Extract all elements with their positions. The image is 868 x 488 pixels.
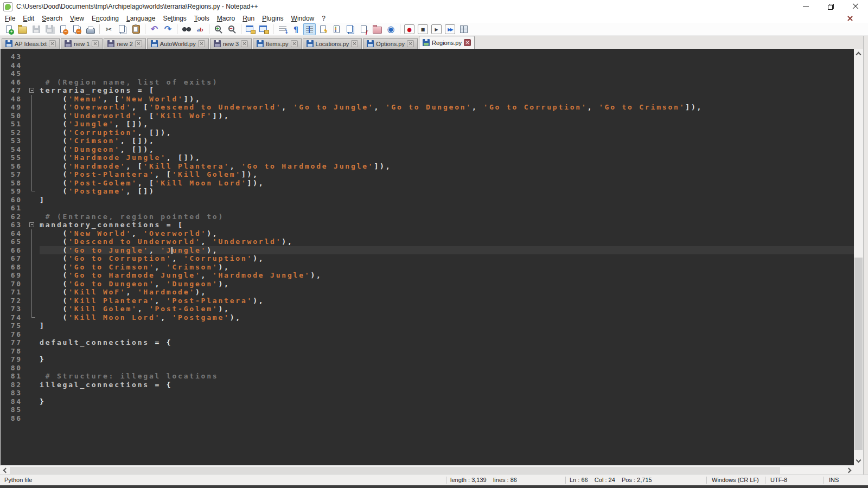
code-line-82[interactable]: 82illegal_connections = { bbox=[1, 381, 854, 389]
tab-close-icon[interactable] bbox=[49, 40, 56, 47]
line-number[interactable]: 46 bbox=[1, 78, 25, 87]
tab-close-icon[interactable] bbox=[351, 40, 358, 47]
code-text[interactable]: ('Kill Golem', 'Post-Golem'), bbox=[40, 305, 854, 313]
tab-ap-ideas-txt[interactable]: AP Ideas.txt bbox=[2, 38, 60, 49]
line-number[interactable]: 45 bbox=[1, 69, 25, 78]
menu-encoding[interactable]: Encoding bbox=[88, 14, 123, 23]
code-line-61[interactable]: 61 bbox=[1, 204, 854, 213]
code-line-63[interactable]: 63mandatory_connections = [ bbox=[1, 221, 854, 229]
code-text[interactable]: ('Go to Corruption', 'Corruption'), bbox=[40, 254, 854, 263]
document-list-button[interactable] bbox=[344, 23, 356, 35]
tab-new-1[interactable]: new 1 bbox=[61, 38, 103, 49]
code-line-47[interactable]: 47terraria_regions = [ bbox=[1, 86, 854, 95]
scroll-right-button[interactable] bbox=[845, 466, 854, 475]
line-number[interactable]: 82 bbox=[1, 381, 25, 389]
code-line-75[interactable]: 75] bbox=[1, 322, 854, 330]
tab-regions-py[interactable]: Regions.py bbox=[419, 36, 475, 49]
line-number[interactable]: 79 bbox=[1, 355, 25, 364]
code-text[interactable] bbox=[40, 364, 854, 373]
tab-options-py[interactable]: Options.py bbox=[363, 38, 418, 49]
replace-button[interactable]: ab bbox=[194, 23, 206, 35]
vertical-scrollbar[interactable] bbox=[854, 49, 863, 465]
menu-edit[interactable]: Edit bbox=[19, 14, 38, 23]
code-line-80[interactable]: 80 bbox=[1, 364, 854, 373]
code-line-52[interactable]: 52 ('Corruption', []), bbox=[1, 129, 854, 137]
code-text[interactable]: terraria_regions = [ bbox=[40, 86, 854, 95]
code-line-73[interactable]: 73 ('Kill Golem', 'Post-Golem'), bbox=[1, 305, 854, 313]
code-text[interactable]: ('New World', 'Overworld'), bbox=[40, 229, 854, 238]
code-text[interactable]: ('Corruption', []), bbox=[40, 129, 854, 137]
line-number[interactable]: 52 bbox=[1, 129, 25, 137]
code-text[interactable]: ('Go to Hardmode Jungle', 'Hardmode Jung… bbox=[40, 271, 854, 280]
sync-horizontal-scroll-button[interactable] bbox=[258, 23, 270, 35]
cut-button[interactable]: ✂ bbox=[103, 23, 115, 35]
show-indent-guide-button[interactable] bbox=[303, 23, 316, 35]
code-text[interactable] bbox=[40, 414, 854, 423]
code-line-55[interactable]: 55 ('Hardmode Jungle', []), bbox=[1, 153, 854, 162]
sync-vertical-scroll-button[interactable] bbox=[244, 23, 257, 35]
line-number[interactable]: 49 bbox=[1, 103, 25, 112]
code-text[interactable]: ('Post-Golem', ['Kill Moon Lord']), bbox=[40, 179, 854, 188]
menu-macro[interactable]: Macro bbox=[213, 14, 239, 23]
menu-language[interactable]: Language bbox=[123, 14, 159, 23]
code-line-53[interactable]: 53 ('Crimson', []), bbox=[1, 137, 854, 145]
status-encoding[interactable]: UTF-8 bbox=[770, 475, 787, 485]
tab-locations-py[interactable]: Locations.py bbox=[303, 38, 362, 49]
fold-collapse-box[interactable] bbox=[25, 221, 40, 229]
fold-collapse-box[interactable] bbox=[25, 86, 40, 95]
code-line-60[interactable]: 60] bbox=[1, 196, 854, 204]
code-line-64[interactable]: 64 ('New World', 'Overworld'), bbox=[1, 229, 854, 238]
code-line-46[interactable]: 46 # (Region name, list of exits) bbox=[1, 78, 854, 87]
code-line-84[interactable]: 84} bbox=[1, 397, 854, 406]
code-text[interactable] bbox=[40, 69, 854, 78]
line-number[interactable]: 81 bbox=[1, 372, 25, 381]
show-all-characters-button[interactable]: ¶ bbox=[290, 23, 302, 35]
line-number[interactable]: 59 bbox=[1, 187, 25, 196]
scroll-left-button[interactable] bbox=[0, 466, 9, 475]
code-text[interactable] bbox=[40, 204, 854, 213]
code-line-48[interactable]: 48 ('Menu', ['New World']), bbox=[1, 95, 854, 104]
code-text[interactable]: ('Crimson', []), bbox=[40, 137, 854, 145]
line-number[interactable]: 76 bbox=[1, 330, 25, 339]
menu-file[interactable]: File bbox=[1, 14, 19, 23]
line-number[interactable]: 70 bbox=[1, 280, 25, 288]
tab-close-icon[interactable] bbox=[92, 40, 99, 47]
tab-close-icon[interactable] bbox=[135, 40, 142, 47]
code-line-62[interactable]: 62 # (Entrance, region pointed to) bbox=[1, 213, 854, 221]
line-number[interactable]: 61 bbox=[1, 204, 25, 213]
folder-as-workspace-button[interactable] bbox=[371, 23, 384, 35]
code-text[interactable]: ('Overworld', ['Descend to Underworld', … bbox=[40, 103, 854, 112]
code-text[interactable]: illegal_connections = { bbox=[40, 381, 854, 389]
menu-settings[interactable]: Settings bbox=[159, 14, 190, 23]
line-number[interactable]: 54 bbox=[1, 145, 25, 154]
code-line-50[interactable]: 50 ('Underworld', ['Kill WoF']), bbox=[1, 112, 854, 120]
redo-button[interactable]: ↷ bbox=[162, 23, 174, 35]
line-number[interactable]: 83 bbox=[1, 389, 25, 397]
code-line-69[interactable]: 69 ('Go to Hardmode Jungle', 'Hardmode J… bbox=[1, 271, 854, 280]
undo-button[interactable]: ↶ bbox=[148, 23, 161, 35]
code-line-83[interactable]: 83 bbox=[1, 389, 854, 397]
tab-close-icon[interactable] bbox=[198, 40, 205, 47]
code-text[interactable]: ('Jungle', []), bbox=[40, 120, 854, 129]
code-line-68[interactable]: 68 ('Go to Crimson', 'Crimson'), bbox=[1, 263, 854, 272]
status-eol-format[interactable]: Windows (CR LF) bbox=[712, 475, 759, 485]
code-text[interactable]: mandatory_connections = [ bbox=[40, 221, 854, 229]
macro-record-button[interactable]: ● bbox=[403, 23, 416, 35]
line-number[interactable]: 78 bbox=[1, 347, 25, 356]
code-line-58[interactable]: 58 ('Post-Golem', ['Kill Moon Lord']), bbox=[1, 179, 854, 188]
code-text[interactable]: ('Go to Jungle', 'Jungle'), bbox=[40, 246, 854, 255]
close-document-x-icon[interactable] bbox=[847, 16, 853, 21]
code-text[interactable]: ('Kill Plantera', 'Post-Plantera'), bbox=[40, 297, 854, 305]
tab-new-3[interactable]: new 3 bbox=[210, 38, 252, 49]
line-number[interactable]: 51 bbox=[1, 120, 25, 129]
code-line-43[interactable]: 43 bbox=[1, 53, 854, 61]
code-line-81[interactable]: 81 # Structure: illegal locations bbox=[1, 372, 854, 381]
code-line-85[interactable]: 85 bbox=[1, 406, 854, 414]
line-number[interactable]: 62 bbox=[1, 213, 25, 221]
monitoring-button[interactable]: ◉ bbox=[385, 23, 397, 35]
code-text[interactable] bbox=[40, 406, 854, 414]
titlebar[interactable]: C:\Users\Dood\Documents\tmp\Archipelago\… bbox=[0, 0, 868, 13]
line-number[interactable]: 86 bbox=[1, 414, 25, 423]
line-number[interactable]: 64 bbox=[1, 229, 25, 238]
vertical-scrollbar-thumb[interactable] bbox=[854, 258, 863, 450]
